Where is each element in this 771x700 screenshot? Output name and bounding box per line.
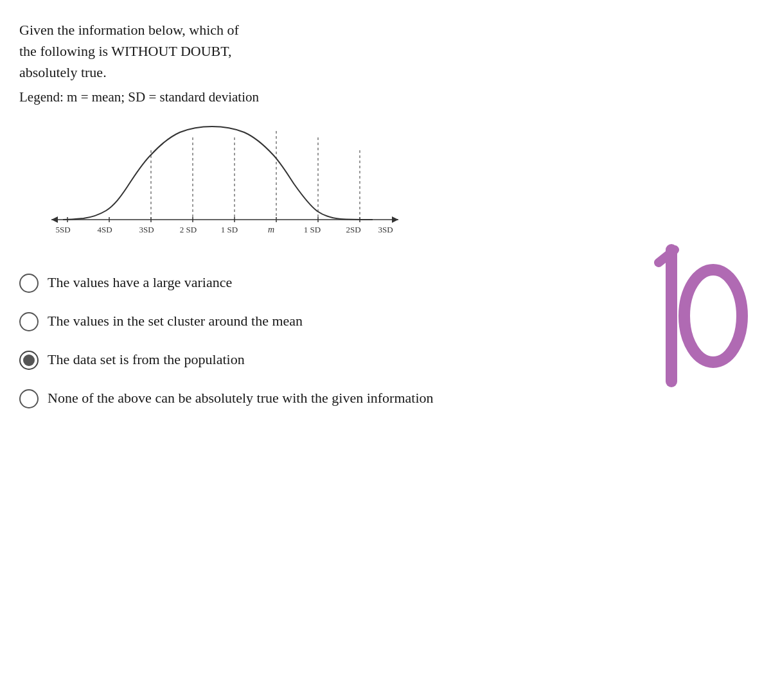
option-1[interactable]: The values have a large variance <box>19 272 469 293</box>
question-block: Given the information below, which of th… <box>19 19 752 105</box>
svg-text:4SD: 4SD <box>97 225 112 234</box>
svg-point-28 <box>684 270 742 362</box>
annotation-10-svg <box>623 240 752 401</box>
option-2-text: The values in the set cluster around the… <box>48 311 303 331</box>
radio-1[interactable] <box>19 274 39 293</box>
svg-text:1 SD: 1 SD <box>221 225 238 234</box>
option-3-text: The data set is from the population <box>48 349 245 370</box>
svg-text:3SD: 3SD <box>139 225 154 234</box>
option-4-text: None of the above can be absolutely true… <box>48 388 434 408</box>
radio-3[interactable] <box>19 351 39 370</box>
svg-text:5SD: 5SD <box>55 225 70 234</box>
radio-3-fill <box>23 354 35 366</box>
page-container: Given the information below, which of th… <box>19 19 752 426</box>
radio-4[interactable] <box>19 389 39 408</box>
option-3[interactable]: The data set is from the population <box>19 349 469 370</box>
svg-text:1 SD: 1 SD <box>304 225 321 234</box>
option-4[interactable]: None of the above can be absolutely true… <box>19 388 469 408</box>
bell-curve-container: 5SD 4SD 3SD 2 SD 1 SD m 1 SD 2SD 3SD <box>19 125 418 253</box>
option-1-text: The values have a large variance <box>48 272 232 293</box>
options-list: The values have a large variance The val… <box>19 272 623 408</box>
radio-2[interactable] <box>19 312 39 331</box>
svg-marker-2 <box>392 216 398 223</box>
annotation-area <box>623 240 752 405</box>
content-row: 5SD 4SD 3SD 2 SD 1 SD m 1 SD 2SD 3SD The… <box>19 125 752 426</box>
option-2[interactable]: The values in the set cluster around the… <box>19 311 469 331</box>
svg-text:2 SD: 2 SD <box>180 225 197 234</box>
bell-curve-svg: 5SD 4SD 3SD 2 SD 1 SD m 1 SD 2SD 3SD <box>19 125 418 253</box>
question-text: Given the information below, which of th… <box>19 19 501 83</box>
left-content: 5SD 4SD 3SD 2 SD 1 SD m 1 SD 2SD 3SD The… <box>19 125 623 426</box>
svg-text:3SD: 3SD <box>378 225 393 234</box>
legend-text: Legend: m = mean; SD = standard deviatio… <box>19 89 752 105</box>
svg-text:m: m <box>268 225 274 234</box>
svg-text:2SD: 2SD <box>346 225 360 234</box>
svg-marker-1 <box>51 216 58 223</box>
